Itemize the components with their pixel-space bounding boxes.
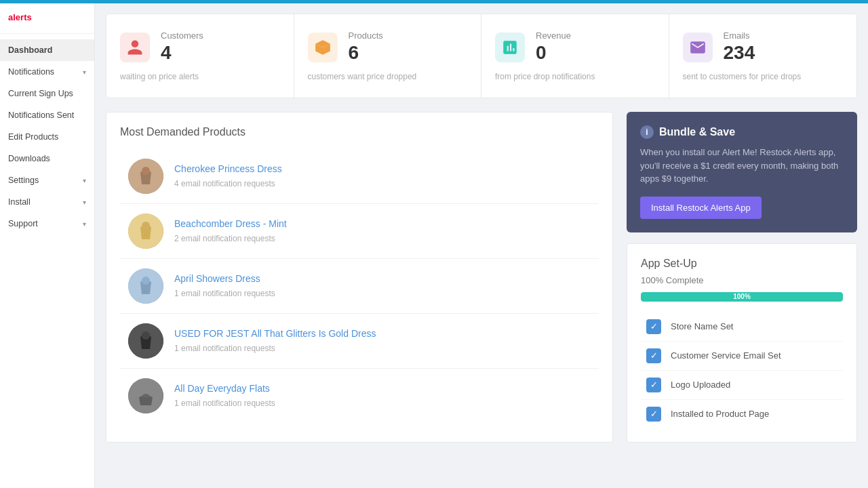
product-info: Cherokee Princess Dress 4 email notifica…: [174, 163, 282, 189]
sidebar-item-settings[interactable]: Settings ▾: [0, 169, 94, 191]
list-item[interactable]: All Day Everyday Flats 1 email notificat…: [120, 369, 599, 423]
setup-card: App Set-Up 100% Complete 100% ✓ Store Na…: [627, 243, 857, 443]
svg-point-1: [142, 167, 150, 175]
product-info: All Day Everyday Flats 1 email notificat…: [174, 383, 275, 409]
product-name[interactable]: Cherokee Princess Dress: [174, 163, 282, 174]
product-name[interactable]: Beachcomber Dress - Mint: [174, 218, 287, 229]
products-panel-title: Most Demanded Products: [120, 126, 599, 138]
customers-desc: waiting on price alerts: [120, 72, 199, 81]
sidebar-item-current-signups[interactable]: Current Sign Ups: [0, 83, 94, 104]
stat-revenue: Revenue 0 from price drop notifications: [481, 14, 669, 98]
bundle-card: i Bundle & Save When you install our Ale…: [627, 112, 857, 232]
sidebar-logo: alerts: [0, 5, 94, 34]
chevron-down-icon: ▾: [83, 199, 86, 206]
list-item[interactable]: Beachcomber Dress - Mint 2 email notific…: [120, 204, 599, 259]
list-item[interactable]: April Showers Dress 1 email notification…: [120, 259, 599, 314]
products-label: Products: [349, 30, 383, 41]
products-desc: customers want price dropped: [308, 72, 417, 81]
product-requests: 2 email notification requests: [174, 234, 275, 243]
list-item[interactable]: Cherokee Princess Dress 4 email notifica…: [120, 149, 599, 204]
svg-point-5: [142, 277, 150, 285]
product-image: [128, 323, 163, 359]
svg-point-7: [142, 331, 150, 340]
products-icon: [308, 33, 338, 62]
svg-point-9: [142, 394, 149, 398]
product-requests: 1 email notification requests: [174, 289, 275, 298]
sidebar-item-label: Notifications: [8, 67, 54, 77]
sidebar-item-notifications[interactable]: Notifications ▾: [0, 61, 94, 83]
sidebar-item-edit-products[interactable]: Edit Products: [0, 126, 94, 148]
stat-emails: Emails 234 sent to customers for price d…: [669, 14, 857, 98]
sidebar-item-label: Settings: [8, 176, 39, 185]
sidebar-item-label: Install: [8, 197, 31, 207]
progress-label: 100%: [733, 293, 751, 300]
customers-value: 4: [161, 42, 203, 64]
list-item[interactable]: USED FOR JEST All That Glitters Is Gold …: [120, 314, 599, 369]
revenue-desc: from price drop notifications: [495, 72, 595, 81]
stat-customers: Customers 4 waiting on price alerts: [106, 14, 294, 98]
product-requests: 1 email notification requests: [174, 399, 275, 408]
chevron-down-icon: ▾: [83, 68, 86, 76]
setup-item-label: Customer Service Email Set: [671, 350, 781, 361]
right-panel: i Bundle & Save When you install our Ale…: [627, 112, 857, 443]
setup-complete-label: 100% Complete: [641, 275, 843, 285]
bundle-title-text: Bundle & Save: [659, 126, 735, 138]
sidebar-item-install[interactable]: Install ▾: [0, 191, 94, 213]
product-image: [128, 378, 163, 413]
revenue-label: Revenue: [536, 30, 571, 41]
chevron-down-icon: ▾: [83, 177, 86, 184]
product-requests: 1 email notification requests: [174, 344, 275, 353]
sidebar-item-support[interactable]: Support ▾: [0, 213, 94, 235]
product-image: [128, 159, 163, 194]
setup-title: App Set-Up: [641, 258, 843, 270]
setup-item-store-name: ✓ Store Name Set: [641, 312, 843, 342]
product-name[interactable]: April Showers Dress: [174, 273, 275, 284]
check-icon: ✓: [646, 348, 661, 363]
sidebar-item-label: Notifications Sent: [8, 110, 74, 120]
product-requests: 4 email notification requests: [174, 179, 275, 188]
product-image: [128, 268, 163, 304]
customers-icon: [120, 33, 150, 62]
progress-bar-fill: 100%: [641, 292, 843, 302]
emails-value: 234: [724, 42, 755, 64]
product-info: USED FOR JEST All That Glitters Is Gold …: [174, 328, 376, 354]
product-info: April Showers Dress 1 email notification…: [174, 273, 275, 299]
product-name[interactable]: USED FOR JEST All That Glitters Is Gold …: [174, 328, 376, 339]
revenue-value: 0: [536, 42, 571, 64]
products-value: 6: [349, 42, 383, 64]
setup-item-label: Installed to Product Page: [671, 409, 769, 419]
sidebar-item-notifications-sent[interactable]: Notifications Sent: [0, 104, 94, 126]
sidebar-item-dashboard[interactable]: Dashboard: [0, 39, 94, 61]
customers-label: Customers: [161, 30, 203, 41]
info-icon: i: [640, 125, 654, 139]
sidebar-item-label: Edit Products: [8, 132, 58, 142]
stat-products: Products 6 customers want price dropped: [294, 14, 482, 98]
products-panel: Most Demanded Products Cherokee Princess…: [106, 112, 613, 443]
emails-icon: [683, 33, 713, 62]
setup-item-label: Store Name Set: [671, 321, 734, 331]
bundle-desc: When you install our Alert Me! Restock A…: [640, 146, 844, 186]
progress-bar-background: 100%: [641, 292, 843, 302]
check-icon: ✓: [646, 319, 661, 334]
chevron-down-icon: ▾: [83, 220, 86, 228]
sidebar-item-label: Dashboard: [8, 45, 52, 55]
sidebar: alerts Dashboard Notifications ▾ Current…: [0, 0, 95, 488]
content-area: Most Demanded Products Cherokee Princess…: [106, 112, 857, 443]
check-icon: ✓: [646, 378, 661, 392]
product-name[interactable]: All Day Everyday Flats: [174, 383, 275, 394]
install-restock-button[interactable]: Install Restock Alerts App: [640, 197, 762, 219]
emails-desc: sent to customers for price drops: [683, 72, 802, 81]
sidebar-item-label: Support: [8, 219, 38, 228]
setup-item-email: ✓ Customer Service Email Set: [641, 342, 843, 371]
stats-row: Customers 4 waiting on price alerts Prod…: [106, 14, 857, 98]
svg-point-3: [142, 222, 150, 230]
product-info: Beachcomber Dress - Mint 2 email notific…: [174, 218, 287, 244]
product-image: [128, 214, 163, 249]
setup-item-label: Logo Uploaded: [671, 380, 730, 390]
revenue-icon: [495, 33, 525, 62]
setup-item-product-page: ✓ Installed to Product Page: [641, 400, 843, 428]
emails-label: Emails: [724, 30, 755, 41]
bundle-title: i Bundle & Save: [640, 125, 844, 139]
sidebar-item-downloads[interactable]: Downloads: [0, 148, 94, 169]
sidebar-item-label: Downloads: [8, 154, 50, 163]
